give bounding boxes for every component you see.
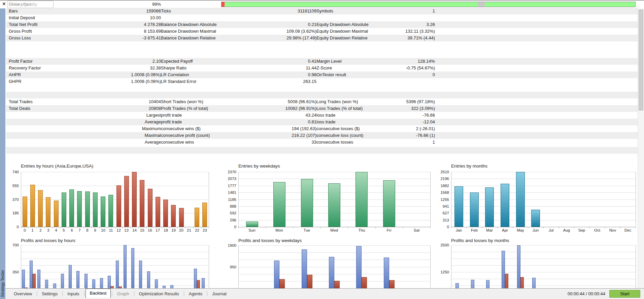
x-axis-tick (430, 227, 431, 228)
stat-label: Gross Profit (9, 28, 101, 35)
start-button[interactable]: Start (609, 290, 640, 298)
x-axis-label: 15 (138, 228, 146, 233)
stat-label: profit trade (161, 112, 222, 119)
bar (77, 191, 82, 227)
bar (108, 195, 113, 227)
x-axis-label: Dec (620, 228, 636, 233)
tab-overview[interactable]: Overview (10, 289, 36, 299)
y-axis-label: 1481 (220, 190, 236, 195)
bar (62, 192, 66, 227)
tab-separator (207, 291, 207, 296)
stat-value: Average (101, 139, 161, 146)
stat-value: 3.26 (384, 21, 435, 28)
x-axis-tick (91, 227, 92, 228)
close-chart-tooltip: Close chart (7, 1, 54, 8)
y-axis-label: 296 (220, 218, 236, 222)
stat-value: 128.14% (384, 58, 435, 65)
chart-title: Profits and losses by hours (21, 238, 75, 243)
x-axis-tick (177, 227, 178, 228)
stat-label: Symbols (316, 8, 384, 14)
bar (116, 185, 121, 227)
gridline (451, 220, 636, 220)
bar (140, 180, 144, 227)
tab-separator (62, 291, 63, 296)
y-axis-label: 2196 (433, 177, 449, 181)
x-axis-label: Sun (238, 228, 266, 233)
x-axis-tick (620, 227, 620, 228)
gridline (238, 179, 430, 179)
plot-border (209, 172, 209, 227)
scrollbar-thumb[interactable] (639, 9, 643, 111)
y-axis-label: 888 (220, 204, 236, 209)
stat-label: AHPR (9, 71, 101, 78)
tab-settings[interactable]: Settings (38, 289, 61, 299)
tab-separator (37, 291, 37, 296)
stat-label: Margin Level (316, 58, 384, 65)
x-axis-label: 11 (107, 228, 115, 233)
stat-row: Gross Loss-3 875.41Balance Drawdown Rela… (6, 35, 638, 41)
tab-graph[interactable]: Graph (113, 289, 133, 299)
x-axis-label: 18 (162, 228, 170, 233)
stat-value (384, 14, 435, 21)
stat-label: LR Correlation (161, 71, 222, 78)
stat-value: 0.41 (222, 58, 316, 65)
stat-value: 194 (192.63) (222, 125, 316, 132)
stat-label: Total Deals (9, 105, 101, 112)
bar (54, 201, 59, 227)
vertical-scrollbar[interactable] (638, 8, 644, 288)
stat-row: Total Trades10404Short Trades (won %)500… (6, 98, 638, 105)
stat-value: 31181109 (222, 8, 316, 14)
gridline (451, 265, 636, 266)
bar (124, 176, 129, 227)
stat-label: GHPR (9, 78, 101, 85)
stat-value: 11.44 (222, 65, 316, 71)
tab-journal[interactable]: Journal (208, 289, 230, 299)
gridline (451, 172, 636, 172)
stat-row: Bars159066Ticks31181109Symbols1 (6, 8, 638, 14)
y-axis-label: 2073 (220, 177, 236, 181)
close-chart-button[interactable]: ✕ (1, 1, 7, 7)
stat-row: Largestprofit trade43.24loss trade-76.66 (6, 112, 638, 119)
tab-optimization-results[interactable]: Optimization Results (135, 289, 183, 299)
y-axis-label: 1185 (220, 198, 236, 202)
stat-label: consecutive wins ($) (161, 125, 222, 132)
tab-inputs[interactable]: Inputs (64, 289, 83, 299)
x-axis-label: Mon (266, 228, 293, 233)
stat-label (9, 125, 101, 132)
stat-label: Ticks (161, 8, 222, 14)
x-axis-label: 20 (177, 228, 185, 233)
stat-label: profit trade (161, 119, 222, 125)
tab-agents[interactable]: Agents (185, 289, 206, 299)
stat-value: 1 (384, 8, 435, 14)
x-axis-label: Apr (497, 228, 513, 233)
strategy-tester-panel-strip: Strategy Tester (0, 8, 5, 299)
x-axis-tick (238, 227, 239, 228)
x-axis-tick (375, 227, 376, 228)
stat-label: Total Trades (9, 98, 101, 105)
bar (46, 197, 50, 227)
progress-segment (485, 2, 635, 7)
stat-value: 263.15 (222, 78, 316, 85)
stat-label: Profit Trades (% of total) (161, 105, 222, 112)
x-axis-tick (543, 227, 544, 228)
tab-separator (184, 291, 184, 296)
gridline (451, 192, 636, 193)
chart-title: Profits and losses by months (451, 238, 509, 243)
x-axis-tick (559, 227, 559, 228)
bar (195, 208, 199, 227)
stat-label: Short Trades (won %) (161, 98, 222, 105)
x-axis-label: Sep (574, 228, 589, 233)
stat-label: consecutive profit (count) (161, 132, 222, 139)
x-axis-tick (193, 227, 194, 228)
stat-row: Recovery Factor32.38Sharpe Ratio11.44Z-S… (6, 65, 638, 71)
x-axis-tick (185, 227, 185, 228)
x-axis-label: 4 (52, 228, 60, 233)
stat-label (9, 132, 101, 139)
y-axis-label: 950 (220, 265, 236, 269)
bar-loss (279, 279, 285, 288)
gridline (451, 259, 636, 259)
tab-backtest[interactable]: Backtest (86, 289, 111, 298)
x-axis-label: 3 (44, 228, 52, 233)
bar (132, 172, 137, 227)
gridline (451, 252, 636, 252)
